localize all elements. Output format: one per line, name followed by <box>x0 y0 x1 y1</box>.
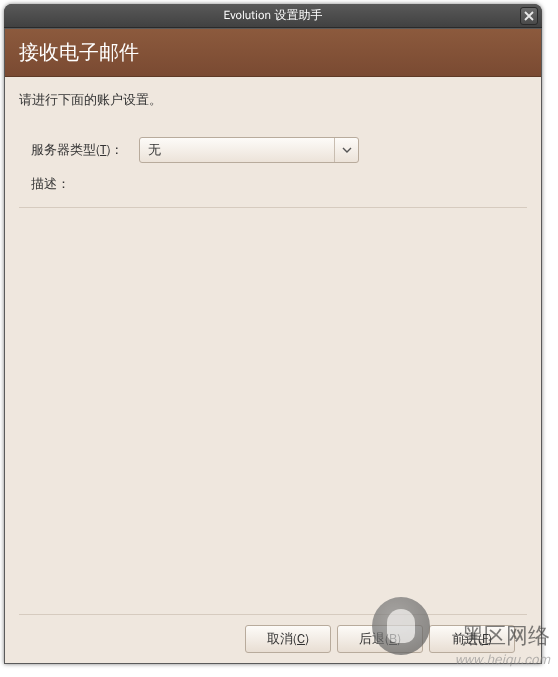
server-type-row: 服务器类型(T)： 无 <box>19 137 527 163</box>
window: Evolution 设置助手 接收电子邮件 请进行下面的账户设置。 服务器类型(… <box>4 4 542 664</box>
spacer <box>19 212 527 614</box>
window-title: Evolution 设置助手 <box>223 7 322 24</box>
server-type-dropdown[interactable]: 无 <box>139 137 359 163</box>
close-button[interactable] <box>520 7 538 25</box>
back-button[interactable]: 后退(B) <box>337 625 423 653</box>
chevron-down-icon <box>342 147 352 153</box>
button-bar: 取消(C) 后退(B) 前进(F) <box>19 614 527 663</box>
page-title: 接收电子邮件 <box>19 39 527 66</box>
close-icon <box>524 11 534 21</box>
content-area: 请进行下面的账户设置。 服务器类型(T)： 无 描述： <box>5 77 541 663</box>
window-body: 接收电子邮件 请进行下面的账户设置。 服务器类型(T)： 无 描述： <box>4 28 542 664</box>
cancel-button[interactable]: 取消(C) <box>245 625 331 653</box>
instruction-text: 请进行下面的账户设置。 <box>19 91 527 109</box>
dropdown-arrow <box>334 138 358 162</box>
forward-button[interactable]: 前进(F) <box>429 625 515 653</box>
description-label: 描述： <box>19 175 527 193</box>
titlebar[interactable]: Evolution 设置助手 <box>4 4 542 28</box>
separator <box>19 207 527 208</box>
header-banner: 接收电子邮件 <box>5 29 541 77</box>
server-type-value: 无 <box>140 141 334 159</box>
server-type-label: 服务器类型(T)： <box>31 141 139 159</box>
